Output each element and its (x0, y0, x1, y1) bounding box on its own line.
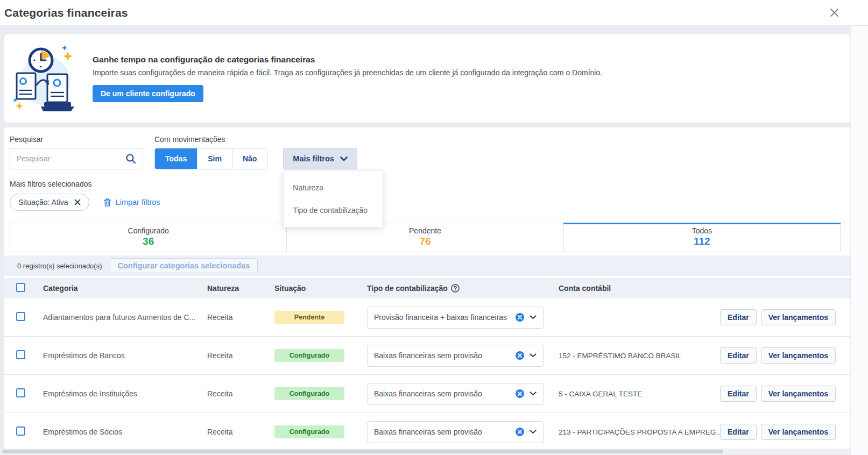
account-cell: 5 - CAIXA GERAL TESTE (559, 390, 720, 398)
main-panel: Pesquisar Com movimentações Todas Sim Nã… (4, 127, 850, 450)
filter-chip-situacao[interactable]: Situação: Ativa (10, 194, 89, 211)
search-input[interactable] (10, 154, 119, 163)
table-row: Empréstimos de Sócios Receita Configurad… (4, 413, 850, 451)
column-natureza: Natureza (207, 284, 274, 293)
edit-button[interactable]: Editar (720, 424, 757, 440)
configure-selected-button[interactable]: Configurar categorias selecionadas (110, 258, 258, 273)
row-checkbox[interactable] (16, 350, 25, 359)
selected-filters-section: Mais filtros selecionados Situação: Ativ… (4, 180, 850, 211)
tab-configurado[interactable]: Configurado 36 (10, 223, 286, 252)
menu-item-natureza[interactable]: Natureza (284, 176, 383, 199)
import-illustration (12, 42, 79, 115)
accounting-type-select[interactable]: Provisão financeira + baixas financeiras (367, 307, 544, 329)
edit-button[interactable]: Editar (720, 386, 757, 402)
more-filters-dropdown: Natureza Tipo de contabilização (283, 170, 383, 228)
column-categoria: Categoria (43, 284, 207, 293)
status-badge: Configurado (274, 387, 344, 400)
accounting-type-select[interactable]: Baixas financeiras sem provisão (367, 421, 544, 443)
chip-close-icon[interactable] (74, 199, 81, 205)
view-entries-button[interactable]: Ver lançamentos (761, 309, 836, 325)
accounting-type-select[interactable]: Baixas financeiras sem provisão (367, 383, 544, 405)
search-label: Pesquisar (10, 135, 143, 144)
chevron-down-icon (340, 157, 348, 161)
selection-count: 0 registro(s) selecionado(s) (17, 262, 102, 270)
chevron-down-icon (530, 353, 537, 358)
search-input-group (10, 148, 143, 169)
clear-selection-icon[interactable] (515, 351, 525, 360)
tab-pendente-count: 76 (287, 236, 563, 247)
import-banner: Ganhe tempo na configuração de categoria… (4, 34, 850, 123)
chevron-down-icon (530, 392, 537, 396)
table-row: Adiantamentos para futuros Aumentos de C… (4, 298, 850, 337)
nature-cell: Receita (207, 313, 274, 322)
page-header: Categorias financeiras (0, 0, 868, 26)
accounting-type-value: Provisão financeira + baixas financeiras (374, 313, 507, 322)
movements-block: Com movimentações Todas Sim Não (154, 135, 267, 169)
horizontal-scrollbar-thumb[interactable] (2, 450, 723, 453)
category-cell: Adiantamentos para futuros Aumentos de C… (43, 313, 207, 322)
help-icon[interactable] (451, 284, 460, 293)
row-checkbox[interactable] (16, 312, 25, 321)
select-all-checkbox[interactable] (16, 283, 25, 292)
banner-text: Ganhe tempo na configuração de categoria… (93, 55, 602, 102)
segment-sim[interactable]: Sim (197, 148, 232, 169)
segment-nao[interactable]: Não (232, 148, 267, 169)
page-title: Categorias financeiras (4, 6, 128, 19)
status-badge: Configurado (274, 349, 344, 362)
movements-segmented-control: Todas Sim Não (154, 148, 267, 169)
clear-selection-icon[interactable] (515, 427, 525, 437)
accounting-type-value: Baixas financeiras sem provisão (374, 428, 482, 436)
edit-button[interactable]: Editar (720, 309, 757, 325)
clear-filters-label: Limpar filtros (116, 198, 160, 207)
column-situacao: Situação (274, 284, 367, 293)
search-icon (125, 153, 136, 164)
clear-selection-icon[interactable] (515, 389, 525, 399)
category-cell: Empréstimos de Instituições (43, 389, 207, 398)
chevron-down-icon (530, 430, 537, 434)
more-filters-label: Mais filtros (293, 154, 334, 163)
nature-cell: Receita (207, 428, 274, 436)
accounting-type-select[interactable]: Baixas financeiras sem provisão (367, 345, 544, 367)
view-entries-button[interactable]: Ver lançamentos (761, 386, 836, 402)
clear-filters-link[interactable]: Limpar filtros (103, 198, 160, 207)
filters-row: Pesquisar Com movimentações Todas Sim Nã… (4, 135, 850, 169)
view-entries-button[interactable]: Ver lançamentos (761, 347, 836, 364)
accounting-type-value: Baixas financeiras sem provisão (374, 389, 482, 398)
selection-toolbar: 0 registro(s) selecionado(s) Configurar … (4, 255, 850, 276)
edit-button[interactable]: Editar (720, 347, 757, 364)
tab-todos-count: 112 (564, 236, 840, 247)
tab-todos[interactable]: Todos 112 (563, 223, 840, 252)
banner-title: Ganhe tempo na configuração de categoria… (93, 55, 602, 65)
vertical-scrollbar[interactable] (851, 26, 868, 455)
more-filters-button[interactable]: Mais filtros (283, 148, 357, 169)
category-cell: Empréstimos de Sócios (43, 428, 207, 436)
table-row: Empréstimos de Instituições Receita Conf… (4, 375, 850, 413)
chevron-down-icon (530, 315, 537, 319)
clear-selection-icon[interactable] (515, 312, 525, 322)
close-icon[interactable] (830, 8, 839, 17)
import-from-client-button[interactable]: De um cliente configurado (93, 85, 203, 102)
menu-item-tipo-contabilizacao[interactable]: Tipo de contabilização (284, 199, 383, 222)
segment-todas[interactable]: Todas (155, 148, 197, 169)
table-row: Empréstimos de Bancos Receita Configurad… (4, 337, 850, 375)
status-tabs: Configurado 36 Pendente 76 Todos 112 (10, 223, 841, 252)
tab-configurado-count: 36 (10, 236, 286, 247)
table-body: Adiantamentos para futuros Aumentos de C… (4, 298, 850, 451)
row-checkbox[interactable] (16, 426, 25, 436)
account-cell: 152 - EMPRÉSTIMO BANCO BRASIL (559, 352, 720, 360)
view-entries-button[interactable]: Ver lançamentos (761, 424, 836, 440)
accounting-type-value: Baixas financeiras sem provisão (374, 351, 482, 360)
movements-label: Com movimentações (154, 135, 267, 144)
status-badge: Configurado (274, 425, 344, 438)
banner-description: Importe suas configurações de maneira rá… (93, 68, 602, 77)
search-button[interactable] (119, 148, 143, 169)
category-cell: Empréstimos de Bancos (43, 351, 207, 360)
column-tipo-contabilizacao: Tipo de contabilização (367, 284, 448, 293)
column-conta-contabil: Conta contábil (559, 284, 720, 293)
filter-chip-label: Situação: Ativa (18, 198, 68, 207)
row-checkbox[interactable] (16, 388, 25, 397)
nature-cell: Receita (207, 351, 274, 360)
status-badge: Pendente (274, 311, 344, 324)
horizontal-scrollbar[interactable] (0, 449, 850, 455)
selected-filters-label: Mais filtros selecionados (10, 180, 850, 188)
